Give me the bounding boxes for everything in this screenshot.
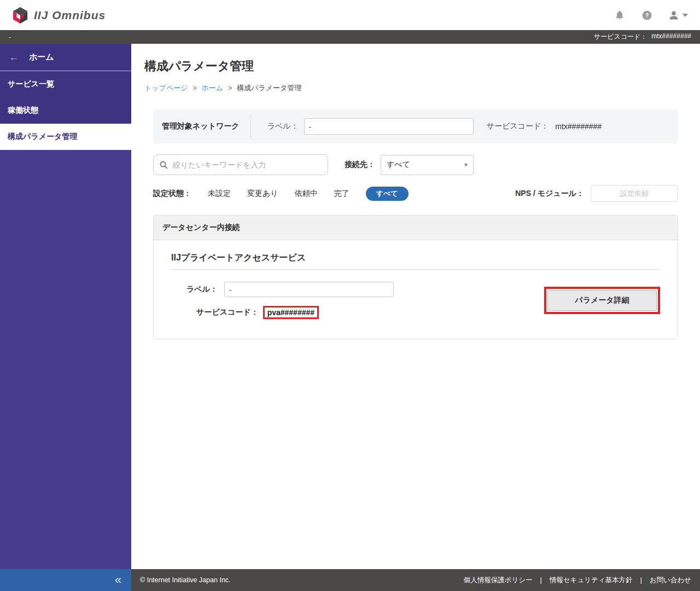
breadcrumb-separator: >: [193, 84, 197, 92]
status-option-changed[interactable]: 変更あり: [247, 189, 278, 199]
network-label-input[interactable]: [304, 118, 474, 135]
destination-select[interactable]: すべて ▾: [381, 155, 474, 175]
top-header: IIJ Omnibus ?: [0, 0, 700, 30]
network-label-caption: ラベル：: [267, 121, 299, 131]
sidebar-collapse-button[interactable]: «: [0, 569, 131, 591]
network-service-code-caption: サービスコード：: [487, 121, 549, 131]
iij-cube-logo-icon: [12, 7, 28, 24]
app-window: IIJ Omnibus ?: [0, 0, 700, 591]
config-request-button[interactable]: 設定依頼: [591, 185, 678, 202]
destination-selected-value: すべて: [387, 160, 410, 170]
breadcrumb-separator: >: [228, 84, 232, 92]
breadcrumb: トップページ > ホーム > 構成パラメータ管理: [144, 83, 678, 93]
keyword-search-input[interactable]: [173, 160, 322, 169]
network-service-code-value: mtx########: [555, 122, 602, 131]
search-icon: [159, 160, 168, 170]
sidebar-home-label: ホーム: [29, 52, 54, 62]
sidebar-item-label: サービス一覧: [8, 79, 54, 89]
sidebar-item-operation-status[interactable]: 稼働状態: [0, 97, 131, 124]
footer-link-privacy-policy[interactable]: 個人情報保護ポリシー: [464, 576, 533, 585]
context-bar-left: -: [9, 33, 11, 41]
context-service-code-value: mtx########: [651, 32, 691, 42]
footer-link-contact[interactable]: お問い合わせ: [650, 576, 691, 585]
sidebar-item-label: 構成パラメータ管理: [8, 132, 77, 142]
help-icon[interactable]: ?: [641, 9, 653, 21]
header-actions: ?: [614, 9, 688, 21]
breadcrumb-home[interactable]: ホーム: [202, 83, 224, 93]
page-title: 構成パラメータ管理: [144, 58, 678, 74]
status-filter-caption: 設定状態：: [153, 189, 191, 199]
sidebar-item-service-list[interactable]: サービス一覧: [0, 71, 131, 97]
chevron-down-icon: ▾: [464, 161, 468, 169]
nps-module-caption: NPS / モジュール：: [515, 189, 584, 199]
status-option-all-selected[interactable]: すべて: [366, 187, 409, 201]
status-option-requested[interactable]: 依頼中: [295, 189, 318, 199]
svg-text:?: ?: [645, 12, 649, 19]
service-code-caption: サービスコード：: [196, 308, 259, 317]
brand-name: IIJ Omnibus: [34, 9, 106, 22]
bottom-bar: « © Internet Initiative Japan Inc. 個人情報保…: [0, 569, 700, 591]
managed-network-panel: 管理対象ネットワーク ラベル： サービスコード： mtx########: [153, 109, 678, 143]
status-option-unset[interactable]: 未設定: [208, 189, 231, 199]
breadcrumb-top-page[interactable]: トップページ: [144, 83, 188, 93]
footer-separator: |: [540, 576, 542, 584]
context-service-code-caption: サービスコード：: [594, 32, 647, 42]
user-menu[interactable]: [668, 10, 688, 21]
main-content: 構成パラメータ管理 トップページ > ホーム > 構成パラメータ管理 管理対象ネ…: [131, 44, 700, 569]
sidebar: ← ホーム サービス一覧 稼働状態 構成パラメータ管理: [0, 44, 131, 569]
managed-network-title: 管理対象ネットワーク: [162, 115, 251, 138]
service-title: IIJプライベートアクセスサービス: [171, 252, 660, 270]
parameter-detail-button[interactable]: パラメータ詳細: [547, 290, 657, 311]
service-code-value-highlighted: pva########: [263, 306, 319, 319]
card-body: IIJプライベートアクセスサービス ラベル： サービスコード： pva#####…: [154, 240, 678, 339]
parameter-detail-annotation-box: パラメータ詳細: [544, 287, 660, 314]
card-header-title: データセンター内接続: [154, 216, 678, 240]
notification-bell-icon[interactable]: [614, 9, 626, 21]
breadcrumb-current: 構成パラメータ管理: [237, 83, 301, 93]
nps-module-group: NPS / モジュール： 設定依頼: [515, 185, 678, 202]
copyright-text: © Internet Initiative Japan Inc.: [140, 576, 231, 584]
collapse-icon: «: [115, 573, 121, 587]
context-bar: - サービスコード： mtx########: [0, 30, 700, 44]
destination-caption: 接続先：: [345, 160, 375, 170]
brand-logo[interactable]: IIJ Omnibus: [12, 7, 106, 24]
status-filter-row: 設定状態： 未設定 変更あり 依頼中 完了 すべて NPS / モジュール： 設…: [153, 185, 678, 202]
keyword-search-box[interactable]: [153, 154, 328, 175]
user-icon: [668, 10, 679, 21]
service-label-input[interactable]: [224, 282, 394, 297]
footer-separator: |: [640, 576, 642, 584]
footer-links: 個人情報保護ポリシー | 情報セキュリティ基本方針 | お問い合わせ: [464, 576, 691, 585]
datacenter-connection-card: データセンター内接続 IIJプライベートアクセスサービス ラベル： サービスコー…: [153, 215, 678, 339]
back-arrow-icon: ←: [9, 51, 19, 63]
service-label-caption: ラベル：: [186, 285, 218, 294]
page-footer: © Internet Initiative Japan Inc. 個人情報保護ポ…: [131, 569, 700, 591]
sidebar-item-config-parameter[interactable]: 構成パラメータ管理: [0, 124, 131, 150]
user-caret-icon: [682, 14, 688, 17]
footer-link-security-policy[interactable]: 情報セキュリティ基本方針: [550, 576, 633, 585]
service-form: ラベル： サービスコード： pva######## パラメータ詳細: [171, 282, 660, 319]
search-row: 接続先： すべて ▾: [153, 154, 678, 175]
context-service-code: サービスコード： mtx########: [594, 32, 691, 42]
sidebar-item-label: 稼働状態: [8, 106, 38, 115]
status-option-done[interactable]: 完了: [334, 189, 349, 199]
sidebar-home-back[interactable]: ← ホーム: [0, 44, 131, 71]
